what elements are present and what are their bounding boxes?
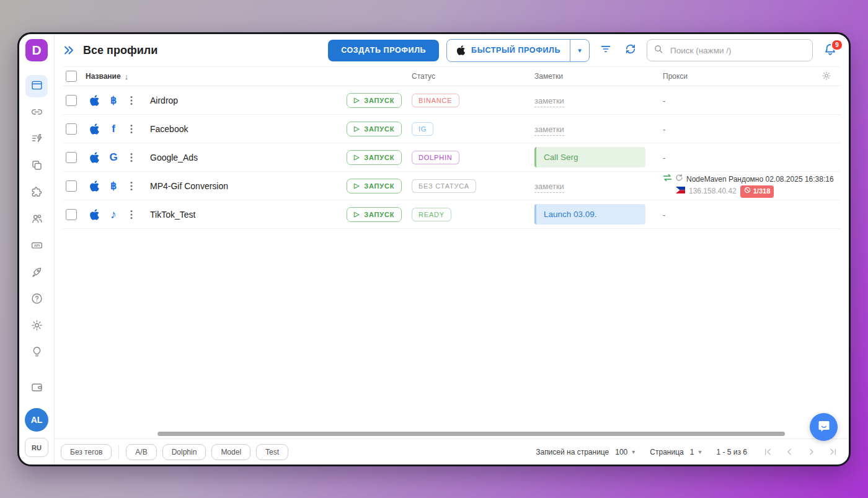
- sidebar-item-settings[interactable]: [25, 315, 48, 337]
- row-proxy-cell: NodeMaven Рандомно 02.08.2025 16:38:16 1…: [663, 174, 834, 198]
- swap-arrows-icon[interactable]: [663, 174, 672, 185]
- column-settings-button[interactable]: [821, 70, 833, 82]
- collapse-sidebar-icon[interactable]: [62, 43, 76, 57]
- status-badge[interactable]: BINANCE: [412, 94, 459, 107]
- sidebar-item-launcher[interactable]: [25, 262, 48, 284]
- quick-profile-dropdown[interactable]: ▾: [570, 40, 589, 61]
- tag-divider: [118, 445, 119, 459]
- tag-filter-model[interactable]: Model: [211, 444, 250, 460]
- row-proxy-cell: -: [663, 209, 814, 220]
- sidebar-item-profiles[interactable]: [25, 75, 48, 97]
- status-badge[interactable]: БЕЗ СТАТУСА: [412, 179, 476, 193]
- row-checkbox[interactable]: [66, 209, 77, 220]
- row-menu-button[interactable]: [127, 209, 136, 220]
- tag-filter-test[interactable]: Test: [256, 444, 288, 460]
- quick-profile-main[interactable]: БЫСТРЫЙ ПРОФИЛЬ: [447, 40, 570, 61]
- column-header-name[interactable]: Название ↓: [86, 72, 347, 81]
- previous-page-button[interactable]: [785, 447, 794, 456]
- row-status-cell: DOLPHIN: [412, 151, 534, 164]
- notification-count-badge: 9: [831, 39, 843, 51]
- tag-filter-no-tags[interactable]: Без тегов: [61, 444, 112, 460]
- notes-placeholder[interactable]: заметки: [534, 96, 564, 107]
- users-icon: [30, 212, 43, 228]
- proxy-provider-text[interactable]: NodeMaven Рандомно 02.08.2025 16:38:16: [686, 174, 834, 185]
- status-badge[interactable]: IG: [412, 122, 433, 136]
- rotate-proxy-icon[interactable]: [675, 174, 683, 185]
- row-checkbox[interactable]: [66, 152, 77, 163]
- horizontal-scrollbar[interactable]: [157, 432, 785, 436]
- sidebar-item-help[interactable]: [25, 288, 48, 311]
- page-select[interactable]: 1 ▾: [690, 448, 702, 456]
- sidebar-item-proxy[interactable]: [25, 102, 48, 124]
- filter-button[interactable]: [597, 42, 614, 59]
- notes-placeholder[interactable]: заметки: [534, 125, 564, 136]
- launch-button[interactable]: ▷ЗАПУСК: [347, 122, 402, 136]
- sidebar-item-extensions[interactable]: [25, 182, 48, 204]
- tag-filter-dolphin[interactable]: Dolphin: [162, 444, 206, 460]
- row-checkbox[interactable]: [66, 95, 77, 106]
- user-avatar[interactable]: AL: [25, 408, 48, 432]
- row-menu-button[interactable]: [127, 95, 136, 106]
- launch-button[interactable]: ▷ЗАПУСК: [347, 93, 402, 108]
- sort-descending-icon: ↓: [125, 72, 129, 81]
- first-page-button[interactable]: [763, 447, 773, 456]
- tiktok-icon: ♪: [108, 208, 119, 220]
- dolphin-logo: D: [25, 39, 48, 61]
- row-status-cell: BINANCE: [412, 94, 534, 107]
- sidebar-item-automation[interactable]: [25, 128, 48, 151]
- gear-icon: [821, 73, 832, 83]
- question-circle-icon: [30, 292, 43, 308]
- profile-name[interactable]: Airdrop: [150, 96, 178, 105]
- sidebar-item-ideas[interactable]: [25, 342, 48, 364]
- support-chat-button[interactable]: [810, 413, 838, 441]
- row-proxy-cell: -: [663, 95, 814, 106]
- refresh-button[interactable]: [622, 42, 639, 59]
- next-page-button[interactable]: [807, 447, 816, 456]
- page-label: Страница: [650, 448, 683, 456]
- row-menu-button[interactable]: [127, 180, 136, 192]
- launch-button[interactable]: ▷ЗАПУСК: [347, 179, 402, 193]
- row-menu-button[interactable]: [127, 123, 136, 135]
- status-badge[interactable]: READY: [412, 208, 451, 221]
- launch-button[interactable]: ▷ЗАПУСК: [347, 207, 402, 222]
- google-icon: G: [108, 152, 119, 162]
- row-checkbox[interactable]: [66, 123, 77, 135]
- refresh-icon: [624, 43, 637, 58]
- sidebar-item-billing[interactable]: [25, 377, 48, 399]
- last-page-button[interactable]: [828, 447, 838, 456]
- profile-name[interactable]: MP4-Gif Conversion: [150, 181, 228, 191]
- tag-filter-ab[interactable]: A/B: [126, 444, 156, 460]
- row-menu-button[interactable]: [127, 152, 136, 163]
- profile-name[interactable]: Google_Ads: [150, 153, 198, 162]
- note-box[interactable]: Launch 03.09.: [534, 204, 645, 225]
- notifications-button[interactable]: 9: [823, 42, 839, 58]
- proxy-ip: 136.158.40.42: [689, 185, 737, 197]
- sidebar-item-api[interactable]: API: [25, 235, 48, 257]
- apple-icon: [456, 45, 466, 56]
- profile-name[interactable]: Facebook: [150, 124, 188, 134]
- column-name-label: Название: [86, 72, 121, 81]
- profile-name[interactable]: TikTok_Test: [150, 210, 195, 220]
- proxy-details: NodeMaven Рандомно 02.08.2025 16:38:16 1…: [663, 174, 834, 198]
- filter-icon: [600, 43, 612, 58]
- create-profile-button[interactable]: СОЗДАТЬ ПРОФИЛЬ: [328, 40, 439, 61]
- language-switcher[interactable]: RU: [25, 438, 48, 457]
- sidebar-item-bookmarks[interactable]: [25, 155, 48, 177]
- launch-button[interactable]: ▷ЗАПУСК: [347, 150, 402, 165]
- note-box[interactable]: Call Serg: [534, 147, 645, 167]
- status-badge[interactable]: DOLPHIN: [412, 151, 459, 164]
- row-checkbox[interactable]: [66, 180, 77, 192]
- sidebar-item-team[interactable]: [25, 208, 48, 231]
- lightbulb-icon: [30, 345, 43, 361]
- apple-icon: [89, 151, 100, 164]
- page-title: Все профили: [83, 44, 157, 57]
- footer-bar: Без тегов A/B Dolphin Model Test Записей…: [55, 438, 849, 465]
- notes-placeholder[interactable]: заметки: [534, 182, 564, 193]
- select-all-checkbox[interactable]: [66, 71, 77, 82]
- apple-icon: [89, 180, 100, 192]
- ban-icon: [744, 186, 751, 197]
- search-icon: [653, 44, 664, 57]
- search-input[interactable]: [669, 45, 806, 56]
- proxy-empty-value: -: [663, 125, 665, 134]
- rows-per-page-select[interactable]: 100 ▾: [615, 448, 635, 456]
